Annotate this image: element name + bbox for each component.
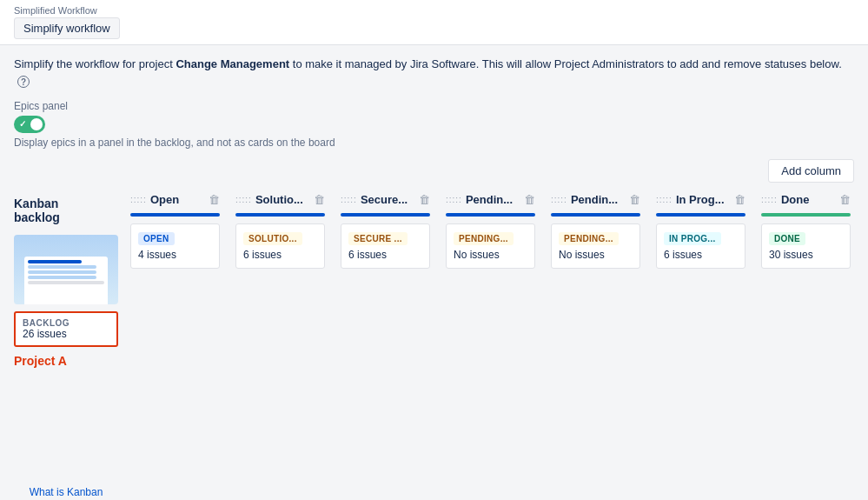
col-bar-3 bbox=[446, 213, 535, 217]
drag-handle-5[interactable]: ::::: bbox=[656, 195, 673, 204]
col-header-0: ::::: Open 🗑 bbox=[130, 190, 220, 210]
col-header-5: ::::: In Prog... 🗑 bbox=[656, 190, 745, 210]
col-bar-2 bbox=[341, 213, 430, 217]
what-is-kanban-link[interactable]: What is Kanban backlog? bbox=[14, 486, 118, 500]
add-column-button[interactable]: Add column bbox=[768, 159, 854, 183]
board-column-3: ::::: Pendin... 🗑 PENDING... No issues bbox=[441, 190, 540, 500]
board-column-6: ::::: Done 🗑 DONE 30 issues bbox=[756, 190, 854, 500]
drag-handle-2[interactable]: ::::: bbox=[341, 195, 357, 204]
col-title-0: Open bbox=[150, 193, 179, 206]
status-badge-2: SECURE ... bbox=[348, 232, 407, 245]
status-card-3: PENDING... No issues bbox=[446, 223, 535, 269]
status-card-2: SECURE ... 6 issues bbox=[341, 223, 430, 269]
simplify-workflow-button[interactable]: Simplify workflow bbox=[14, 17, 120, 39]
status-badge-0: OPEN bbox=[138, 232, 175, 245]
epics-panel-label: Epics panel bbox=[14, 100, 854, 112]
project-a-label: Project A bbox=[14, 354, 118, 368]
col-header-3: ::::: Pendin... 🗑 bbox=[446, 190, 535, 210]
col-title-6: Done bbox=[781, 193, 810, 206]
delete-col-icon-5[interactable]: 🗑 bbox=[734, 193, 745, 206]
backlog-status-card: BACKLOG 26 issues bbox=[14, 311, 118, 347]
status-card-5: IN PROG... 6 issues bbox=[656, 223, 745, 269]
status-count-2: 6 issues bbox=[348, 249, 422, 261]
col-bar-6 bbox=[761, 213, 851, 217]
delete-col-icon-6[interactable]: 🗑 bbox=[839, 193, 851, 206]
backlog-label: BACKLOG bbox=[23, 318, 109, 328]
drag-handle-4[interactable]: ::::: bbox=[551, 195, 567, 204]
drag-handle-0[interactable]: ::::: bbox=[130, 195, 147, 204]
drag-handle-6[interactable]: ::::: bbox=[761, 195, 778, 204]
project-name: Change Management bbox=[176, 57, 289, 70]
col-title-3: Pendin... bbox=[466, 193, 513, 206]
board-column-4: ::::: Pendin... 🗑 PENDING... No issues bbox=[546, 190, 646, 500]
status-badge-4: PENDING... bbox=[559, 232, 619, 245]
epics-panel-toggle[interactable]: ✓ bbox=[14, 116, 45, 133]
drag-handle-1[interactable]: ::::: bbox=[235, 195, 252, 204]
description-prefix: Simplify the workflow for project bbox=[14, 57, 176, 70]
board-column-2: ::::: Secure... 🗑 SECURE ... 6 issues bbox=[335, 190, 435, 500]
col-bar-0 bbox=[130, 213, 220, 217]
delete-col-icon-4[interactable]: 🗑 bbox=[629, 193, 640, 206]
kanban-backlog-column: Kanban backlog BACKLOG 26 issues Project… bbox=[14, 190, 118, 500]
status-card-4: PENDING... No issues bbox=[551, 223, 640, 269]
status-badge-1: SOLUTIO... bbox=[243, 232, 302, 245]
col-title-4: Pendin... bbox=[571, 193, 618, 206]
help-icon[interactable]: ? bbox=[17, 76, 30, 88]
status-count-4: No issues bbox=[559, 249, 633, 261]
col-bar-4 bbox=[551, 213, 640, 217]
board-column-1: ::::: Solutio... 🗑 SOLUTIO... 6 issues bbox=[230, 190, 330, 500]
col-title-1: Solutio... bbox=[255, 193, 303, 206]
epics-panel-description: Display epics in a panel in the backlog,… bbox=[14, 137, 854, 149]
description-text: Simplify the workflow for project Change… bbox=[14, 56, 854, 90]
board-columns: ::::: Open 🗑 OPEN 4 issues ::::: Solutio… bbox=[125, 190, 854, 500]
breadcrumb: Simplified Workflow bbox=[14, 5, 854, 16]
status-count-5: 6 issues bbox=[664, 249, 738, 261]
content-area: Simplify the workflow for project Change… bbox=[0, 45, 868, 500]
delete-col-icon-0[interactable]: 🗑 bbox=[209, 193, 220, 206]
add-col-row: Add column bbox=[14, 159, 854, 183]
backlog-count: 26 issues bbox=[23, 328, 109, 340]
epics-panel-section: Epics panel ✓ Display epics in a panel i… bbox=[14, 100, 854, 149]
drag-handle-3[interactable]: ::::: bbox=[446, 195, 462, 204]
col-bar-5 bbox=[656, 213, 745, 217]
board-area: Kanban backlog BACKLOG 26 issues Project… bbox=[14, 190, 854, 500]
status-count-6: 30 issues bbox=[769, 249, 843, 261]
kanban-illustration bbox=[14, 235, 118, 304]
status-count-3: No issues bbox=[454, 249, 527, 261]
description-suffix: to make it managed by Jira Software. Thi… bbox=[289, 57, 842, 70]
delete-col-icon-3[interactable]: 🗑 bbox=[524, 193, 535, 206]
status-count-0: 4 issues bbox=[138, 249, 212, 261]
col-header-2: ::::: Secure... 🗑 bbox=[341, 190, 430, 210]
col-title-2: Secure... bbox=[361, 193, 407, 206]
status-badge-6: DONE bbox=[769, 232, 805, 245]
status-card-0: OPEN 4 issues bbox=[130, 223, 220, 269]
status-badge-5: IN PROG... bbox=[664, 232, 721, 245]
col-bar-1 bbox=[235, 213, 325, 217]
kanban-backlog-header: Kanban backlog bbox=[14, 190, 118, 231]
delete-col-icon-1[interactable]: 🗑 bbox=[314, 193, 325, 206]
toggle-container: ✓ bbox=[14, 116, 854, 133]
status-card-6: DONE 30 issues bbox=[761, 223, 851, 269]
col-header-6: ::::: Done 🗑 bbox=[761, 190, 851, 210]
delete-col-icon-2[interactable]: 🗑 bbox=[419, 193, 430, 206]
toggle-check-icon: ✓ bbox=[19, 119, 26, 129]
col-header-1: ::::: Solutio... 🗑 bbox=[235, 190, 325, 210]
board-column-5: ::::: In Prog... 🗑 IN PROG... 6 issues bbox=[651, 190, 751, 500]
status-badge-3: PENDING... bbox=[454, 232, 514, 245]
board-column-0: ::::: Open 🗑 OPEN 4 issues bbox=[125, 190, 225, 500]
top-bar: Simplified Workflow Simplify workflow bbox=[0, 0, 868, 45]
status-card-1: SOLUTIO... 6 issues bbox=[235, 223, 325, 269]
status-count-1: 6 issues bbox=[243, 249, 317, 261]
col-title-5: In Prog... bbox=[676, 193, 725, 206]
col-header-4: ::::: Pendin... 🗑 bbox=[551, 190, 640, 210]
